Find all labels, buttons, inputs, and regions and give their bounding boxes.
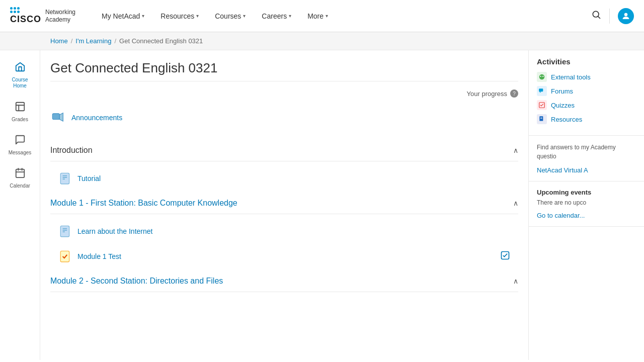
announcements-row: Announcements bbox=[50, 106, 518, 130]
upcoming-title: Upcoming events bbox=[537, 189, 636, 196]
nav-right bbox=[591, 8, 634, 24]
sidebar-item-course-home[interactable]: CourseHome bbox=[0, 55, 40, 95]
section-title-module1-link[interactable]: Module 1 - First Station: Basic Computer… bbox=[50, 199, 237, 208]
messages-icon bbox=[15, 134, 26, 148]
svg-rect-16 bbox=[60, 226, 69, 237]
svg-point-22 bbox=[539, 74, 545, 80]
home-icon bbox=[15, 61, 26, 75]
activities-section: Activities External tools Forums bbox=[529, 50, 644, 136]
quizzes-link[interactable]: Quizzes bbox=[551, 102, 575, 109]
assistant-text: Find answers to my Academy questio bbox=[537, 143, 636, 161]
svg-rect-10 bbox=[52, 114, 59, 120]
left-sidebar: CourseHome Grades Messages bbox=[0, 50, 40, 360]
activity-item-forums: Forums bbox=[537, 86, 636, 96]
forums-icon bbox=[537, 86, 547, 96]
nav-divider bbox=[609, 9, 610, 24]
progress-area: Your progress ? bbox=[50, 89, 518, 98]
quizzes-icon bbox=[537, 100, 547, 110]
svg-marker-11 bbox=[59, 113, 63, 121]
section-title-intro: Introduction bbox=[50, 146, 93, 155]
sidebar-item-calendar[interactable]: Calendar bbox=[0, 161, 40, 195]
svg-rect-3 bbox=[16, 103, 24, 111]
nav-my-netacad[interactable]: My NetAcad ▾ bbox=[96, 8, 150, 24]
chevron-down-icon: ▾ bbox=[196, 13, 199, 19]
search-button[interactable] bbox=[591, 10, 601, 22]
svg-point-2 bbox=[624, 13, 627, 16]
cisco-logo: CISCO bbox=[10, 7, 41, 25]
grades-icon bbox=[15, 101, 26, 115]
announcements-icon bbox=[50, 110, 66, 126]
sidebar-item-messages[interactable]: Messages bbox=[0, 128, 40, 161]
sidebar-label-calendar: Calendar bbox=[10, 183, 30, 189]
module1-test-link[interactable]: Module 1 Test bbox=[77, 252, 121, 260]
section-header-module1[interactable]: Module 1 - First Station: Basic Computer… bbox=[50, 193, 518, 214]
breadcrumb-sep-1: / bbox=[71, 37, 73, 45]
nav-careers[interactable]: Careers ▾ bbox=[256, 8, 297, 24]
breadcrumb-current: Get Connected English 0321 bbox=[119, 37, 203, 45]
breadcrumb-learning[interactable]: I'm Learning bbox=[75, 37, 111, 45]
nav-resources[interactable]: Resources ▾ bbox=[154, 8, 205, 24]
main-content: Get Connected English 0321 Your progress… bbox=[40, 50, 528, 360]
section-items-module1: Learn about the Internet Module 1 Test bbox=[50, 220, 518, 267]
main-layout: CourseHome Grades Messages bbox=[0, 50, 644, 360]
activity-item-quizzes: Quizzes bbox=[537, 100, 636, 110]
progress-help-button[interactable]: ? bbox=[510, 89, 518, 98]
external-tools-icon bbox=[537, 72, 547, 82]
svg-rect-20 bbox=[60, 251, 69, 262]
chevron-down-icon: ▾ bbox=[326, 13, 328, 19]
check-icon bbox=[500, 250, 510, 263]
svg-marker-26 bbox=[539, 92, 541, 93]
svg-point-23 bbox=[540, 76, 541, 77]
sidebar-label-messages: Messages bbox=[9, 150, 32, 155]
svg-line-1 bbox=[598, 17, 600, 19]
nav-more[interactable]: More ▾ bbox=[301, 8, 334, 24]
resources-link[interactable]: Resources bbox=[551, 116, 582, 123]
upcoming-section: Upcoming events There are no upco Go to … bbox=[529, 182, 644, 227]
svg-point-24 bbox=[542, 76, 543, 77]
chevron-up-icon: ∧ bbox=[513, 199, 518, 207]
academy-label: Networking Academy bbox=[45, 9, 75, 23]
svg-rect-12 bbox=[60, 173, 69, 184]
internet-link[interactable]: Learn about the Internet bbox=[77, 227, 152, 235]
internet-icon bbox=[58, 224, 72, 238]
upcoming-text: There are no upco bbox=[537, 199, 636, 206]
announcements-link[interactable]: Announcements bbox=[71, 114, 122, 122]
list-item: Learn about the Internet bbox=[50, 220, 518, 242]
sidebar-item-grades[interactable]: Grades bbox=[0, 95, 40, 128]
nav-courses[interactable]: Courses ▾ bbox=[209, 8, 252, 24]
section-title-module2-link[interactable]: Module 2 - Second Station: Directories a… bbox=[50, 277, 223, 286]
section-title-module1: Module 1 - First Station: Basic Computer… bbox=[50, 199, 237, 207]
chevron-up-icon: ∧ bbox=[513, 277, 518, 285]
section-header-intro[interactable]: Introduction ∧ bbox=[50, 140, 518, 161]
quiz-icon bbox=[58, 249, 72, 263]
nav-links: My NetAcad ▾ Resources ▾ Courses ▾ Caree… bbox=[96, 8, 591, 24]
activity-item-external: External tools bbox=[537, 72, 636, 82]
section-items-intro: Tutorial bbox=[50, 167, 518, 190]
sidebar-label-course-home: CourseHome bbox=[12, 77, 28, 89]
section-header-module2[interactable]: Module 2 - Second Station: Directories a… bbox=[50, 270, 518, 292]
svg-point-0 bbox=[593, 11, 599, 17]
breadcrumb-sep-2: / bbox=[114, 37, 116, 45]
svg-rect-25 bbox=[539, 88, 543, 92]
list-item: Tutorial bbox=[50, 167, 518, 190]
tutorial-link[interactable]: Tutorial bbox=[77, 174, 101, 183]
cisco-wordmark: CISCO bbox=[10, 14, 41, 25]
resources-icon bbox=[537, 114, 547, 124]
user-avatar[interactable] bbox=[618, 8, 634, 24]
page-title: Get Connected English 0321 bbox=[50, 60, 518, 81]
list-item: Module 1 Test bbox=[50, 245, 518, 267]
calendar-link[interactable]: Go to calendar... bbox=[537, 212, 585, 219]
chevron-up-icon: ∧ bbox=[513, 146, 518, 154]
tutorial-icon bbox=[58, 171, 72, 186]
assistant-link[interactable]: NetAcad Virtual A bbox=[537, 166, 588, 174]
activities-title: Activities bbox=[537, 57, 636, 66]
chevron-down-icon: ▾ bbox=[243, 13, 246, 19]
breadcrumb: Home / I'm Learning / Get Connected Engl… bbox=[0, 32, 644, 50]
calendar-icon bbox=[15, 167, 26, 181]
cisco-dots-icon bbox=[10, 7, 20, 10]
forums-link[interactable]: Forums bbox=[551, 87, 573, 95]
external-tools-link[interactable]: External tools bbox=[551, 73, 591, 81]
breadcrumb-home[interactable]: Home bbox=[50, 37, 68, 45]
right-panel: Activities External tools Forums bbox=[528, 50, 644, 360]
sidebar-label-grades: Grades bbox=[12, 117, 28, 122]
